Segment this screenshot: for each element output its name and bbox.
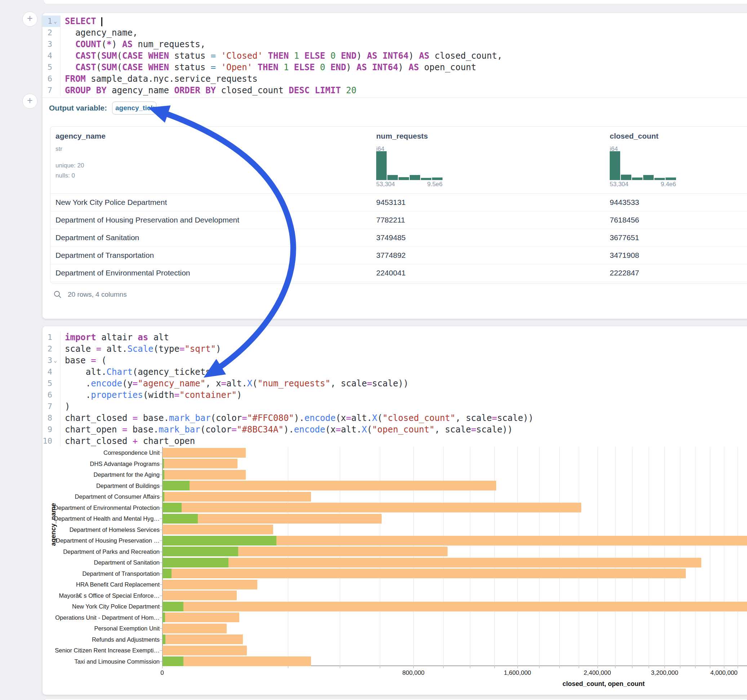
x-axis-tick [413,666,414,668]
code-text: FROM sample_data.nyc.service_requests [60,73,258,84]
code-text: CAST(SUM(CASE WHEN status = 'Closed' THE… [60,50,502,62]
column-header-num_requests[interactable]: num_requests [376,132,428,140]
python-code-editor[interactable]: 1import altair as alt2scale = alt.Scale(… [42,332,747,447]
code-line[interactable]: 2 agency_name, [42,27,747,39]
code-line[interactable]: 9chart_open = base.mark_bar(color="#8BC3… [42,424,747,435]
x-axis-tick [494,666,495,668]
table-cell: Department of Housing Preservation and D… [56,211,239,229]
code-line[interactable]: 1import altair as alt [42,332,747,343]
line-number: 2 [42,27,60,39]
gridline [494,447,495,666]
fold-chevron-icon[interactable]: ⌄ [54,15,60,27]
y-axis-label: Correspondence Unit [103,450,160,456]
y-axis-label: Department of Health and Mental Hyg… [54,515,160,522]
code-line[interactable]: 5 CAST(SUM(CASE WHEN status = 'Open' THE… [42,62,747,73]
code-line[interactable]: 8chart_closed = base.mark_bar(color="#FF… [42,412,747,424]
x-axis-tick [340,666,340,668]
line-number: 4 [42,366,60,378]
x-axis-tick [443,666,444,668]
x-axis-label: 4,000,000 [710,669,738,677]
add-cell-button-top[interactable]: + [22,12,38,27]
x-axis-tick [380,666,380,668]
bar-open-count [163,656,183,666]
y-axis-tick [160,596,162,596]
code-line[interactable]: 6FROM sample_data.nyc.service_requests [42,73,747,84]
code-line[interactable]: 4 alt.Chart(agency_tickets) [42,366,747,378]
table-row[interactable]: New York City Police Department945313194… [50,193,747,211]
y-axis-tick [160,628,162,629]
gridline [443,447,444,666]
bar-closed-count [163,558,701,567]
bar-open-count [163,602,183,611]
table-cell: 9453131 [376,193,406,211]
table-row[interactable]: Department of Transportation377489234719… [50,246,747,264]
sql-code-editor[interactable]: 1⌄SELECT 2 agency_name,3 COUNT(*) AS num… [42,15,747,96]
gridline [517,447,518,666]
y-axis-tick [160,540,162,541]
code-text: SELECT [60,15,102,27]
line-number: 4 [42,50,60,62]
gridline [539,447,540,666]
y-axis-tick [160,552,162,552]
table-row[interactable]: Department of Environmental Protection22… [50,264,747,282]
code-line[interactable]: 3 COUNT(*) AS num_requests, [42,39,747,50]
code-line[interactable]: 7) [42,401,747,412]
table-row[interactable]: Department of Sanitation37494853677651 [50,229,747,247]
code-line[interactable]: 4 CAST(SUM(CASE WHEN status = 'Closed' T… [42,50,747,62]
code-text: ) [60,401,70,412]
code-line[interactable]: 2scale = alt.Scale(type="sqrt") [42,343,747,355]
histogram-bar [410,175,420,180]
column-header-closed_count[interactable]: closed_count [610,132,658,140]
histogram-bar [621,175,631,180]
previous-cell-edge [43,0,747,5]
histogram-min-label: 53,304 [610,181,628,188]
x-axis-tick [517,666,518,668]
bar-closed-count [163,634,243,644]
table-cell: New York City Police Department [56,193,167,211]
bar-open-count [163,536,277,546]
y-axis-label: Department of Environmental Protection [54,504,160,511]
gridline [724,447,724,666]
code-text: import altair as alt [60,332,169,343]
table-row[interactable]: Department of Housing Preservation and D… [50,211,747,229]
code-text: alt.Chart(agency_tickets) [60,366,216,378]
bar-open-count [163,612,165,622]
x-axis-tick [710,666,710,668]
code-line[interactable]: 10chart_closed + chart_open [42,435,747,447]
output-variable-row: Output variable: agency_tickets [42,98,747,118]
bar-open-count [163,569,171,578]
code-text: base = ( [60,355,107,366]
bar-closed-count [163,569,686,578]
search-icon[interactable] [53,290,62,299]
y-axis-label: Personal Exemption Unit [94,625,160,632]
bar-closed-count [163,448,246,458]
y-axis-tick [160,464,162,464]
add-cell-button-middle[interactable]: + [22,94,38,109]
code-line[interactable]: 6 .properties(width="container") [42,389,747,401]
output-variable-chip[interactable]: agency_tickets [112,101,156,115]
y-axis-label: New York City Police Department [72,603,160,610]
x-axis-tick [288,666,288,668]
code-line[interactable]: 5 .encode(y="agency_name", x=alt.X("num_… [42,378,747,389]
y-axis-label: Department of Sanitation [94,559,160,566]
column-header-agency_name[interactable]: agency_name [56,132,106,140]
code-line[interactable]: 1⌄SELECT [42,15,747,27]
results-table-header: agency_namestrunique: 20nulls: 0num_requ… [50,127,747,194]
code-line[interactable]: 7GROUP BY agency_name ORDER BY closed_co… [42,84,747,96]
y-axis-tick [160,563,162,563]
x-axis-tick [680,666,680,668]
line-number: 6 [42,389,60,401]
next-cell-edge [43,698,747,700]
code-text: GROUP BY agency_name ORDER BY closed_cou… [60,84,356,96]
x-axis-tick [649,666,649,668]
code-line[interactable]: 3⌄base = ( [42,355,747,366]
gridline [288,447,288,666]
histogram-bar [387,175,398,180]
fold-chevron-icon[interactable]: ⌄ [54,355,60,366]
table-cell: Department of Sanitation [56,229,139,246]
line-number: 8 [42,412,60,424]
python-cell: 1import altair as alt2scale = alt.Scale(… [42,326,747,695]
column-histogram [610,151,676,180]
table-cell: Department of Transportation [56,246,154,264]
line-number: 3⌄ [42,355,60,366]
